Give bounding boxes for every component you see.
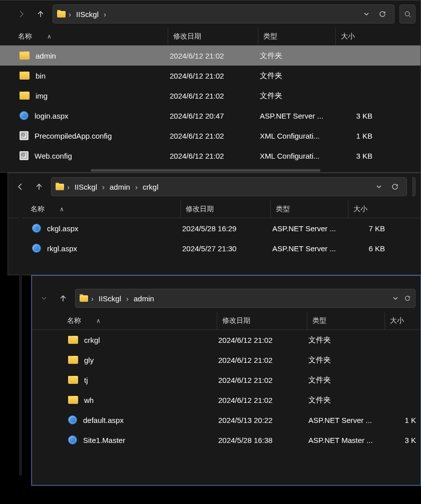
breadcrumb-segment[interactable]: crkgl (141, 183, 161, 191)
file-name-label: PrecompiledApp.config (35, 132, 112, 140)
file-type-cell: 文件夹 (260, 71, 337, 81)
file-row[interactable]: rkgl.aspx2024/5/27 21:30ASP.NET Server .… (8, 238, 420, 258)
file-date-cell: 2024/6/12 21:02 (218, 356, 308, 364)
file-row[interactable]: Web.config2024/6/12 21:02XML Configurati… (0, 146, 420, 166)
breadcrumb-segment[interactable]: admin (108, 183, 132, 191)
column-header-type[interactable]: 类型 (271, 200, 348, 218)
chevron-down-icon (363, 11, 369, 17)
nav-up-button[interactable] (56, 291, 70, 305)
column-header-type[interactable]: 类型 (307, 312, 385, 329)
file-name-cell: admin (20, 52, 170, 60)
arrow-up-icon (35, 183, 43, 191)
column-header-name[interactable]: 名称 ∧ (18, 28, 168, 45)
chevron-left-icon (16, 183, 24, 191)
file-list[interactable]: ckgl.aspx2024/5/28 16:29ASP.NET Server .… (8, 218, 420, 275)
chevron-right-icon: › (101, 183, 106, 191)
column-header-name[interactable]: 名称 ∧ (67, 312, 217, 329)
file-date-cell: 2024/6/12 21:02 (218, 396, 308, 404)
column-label: 修改日期 (173, 32, 201, 41)
file-name-label: Web.config (35, 152, 72, 160)
arrow-up-icon (59, 294, 67, 302)
column-header-name[interactable]: 名称 ∧ (31, 200, 181, 218)
column-header-type[interactable]: 类型 (258, 28, 336, 45)
column-header-date[interactable]: 修改日期 (181, 200, 271, 218)
globe-icon (68, 415, 77, 424)
breadcrumb-segment[interactable]: admin (132, 294, 156, 303)
file-name-cell: Web.config (20, 151, 170, 160)
file-type-cell: ASP.NET Server ... (272, 244, 350, 253)
file-type-cell: ASP.NET Server ... (272, 224, 350, 233)
file-row[interactable]: login.aspx2024/6/12 20:47ASP.NET Server … (0, 106, 420, 126)
breadcrumb-segment[interactable]: IISckgl (73, 183, 99, 191)
column-header-size[interactable]: 大小 (348, 200, 393, 218)
file-row[interactable]: img2024/6/12 21:02文件夹 (0, 86, 420, 106)
breadcrumb-segment[interactable]: IISckgl (97, 294, 123, 303)
file-name-label: rkgl.aspx (47, 244, 77, 253)
file-name-cell: PrecompiledApp.config (20, 131, 170, 140)
file-row[interactable]: gly2024/6/12 21:02文件夹 (32, 350, 420, 370)
chevron-down-icon (376, 184, 382, 190)
file-name-label: crkgl (84, 336, 100, 344)
history-dropdown-button[interactable] (359, 7, 374, 22)
column-label: 大小 (341, 32, 355, 41)
file-type-cell: 文件夹 (308, 355, 386, 365)
file-date-cell: 2024/5/28 16:29 (182, 224, 272, 233)
nav-forward-button[interactable] (37, 291, 51, 305)
nav-up-button[interactable] (34, 7, 48, 21)
breadcrumb-segment[interactable]: IISckgl (74, 10, 101, 19)
file-row[interactable]: admin2024/6/12 21:02文件夹 (0, 46, 420, 66)
horizontal-scrollbar[interactable] (91, 169, 320, 172)
file-date-cell: 2024/6/12 20:47 (170, 112, 260, 120)
file-name-cell: bin (20, 72, 170, 80)
file-row[interactable]: Site1.Master2024/5/28 16:38ASP.NET Maste… (32, 430, 420, 450)
folder-icon (68, 336, 78, 344)
sort-indicator-icon: ∧ (47, 33, 52, 40)
file-row[interactable]: ckgl.aspx2024/5/28 16:29ASP.NET Server .… (8, 218, 420, 238)
column-header-size[interactable]: 大小 (336, 28, 381, 45)
file-row[interactable]: bin2024/6/12 21:02文件夹 (0, 66, 420, 86)
folder-icon (68, 376, 78, 384)
nav-back-button[interactable] (13, 180, 27, 194)
file-size-cell: 6 KB (350, 244, 395, 253)
file-size-cell: 1 KB (337, 132, 382, 140)
column-headers: 名称 ∧ 修改日期 类型 大小 (0, 28, 420, 46)
file-row[interactable]: wh2024/6/12 21:02文件夹 (32, 390, 420, 410)
refresh-button[interactable] (404, 291, 411, 306)
history-dropdown-button[interactable] (388, 291, 403, 306)
address-bar[interactable]: › IISckgl › admin (75, 289, 415, 308)
file-row[interactable]: default.aspx2024/5/13 20:22ASP.NET Serve… (32, 410, 420, 430)
address-bar[interactable]: › IISckgl › (53, 5, 394, 24)
file-list[interactable]: crkgl2024/6/12 21:02文件夹gly2024/6/12 21:0… (32, 330, 420, 485)
column-label: 大小 (353, 205, 367, 214)
file-date-cell: 2024/6/12 21:02 (170, 132, 260, 140)
nav-forward-button[interactable] (15, 7, 29, 21)
svg-point-0 (405, 12, 409, 16)
file-name-cell: Site1.Master (68, 435, 218, 444)
column-header-size[interactable]: 大小 (385, 312, 421, 329)
globe-icon (68, 435, 77, 444)
file-type-cell: 文件夹 (308, 375, 386, 385)
file-row[interactable]: PrecompiledApp.config2024/6/12 21:02XML … (0, 126, 420, 146)
file-name-cell: ckgl.aspx (32, 224, 182, 233)
search-input[interactable] (412, 177, 415, 196)
file-name-label: admin (36, 52, 56, 60)
nav-up-button[interactable] (32, 180, 46, 194)
search-input[interactable] (399, 5, 415, 24)
file-size-cell: 3 KB (337, 112, 382, 120)
sort-indicator-icon: ∧ (96, 317, 101, 324)
address-bar[interactable]: › IISckgl › admin › crkgl (51, 177, 407, 196)
file-date-cell: 2024/5/13 20:22 (218, 416, 308, 424)
column-label: 类型 (276, 205, 290, 214)
file-list[interactable]: admin2024/6/12 21:02文件夹bin2024/6/12 21:0… (0, 46, 420, 172)
file-name-cell: crkgl (68, 336, 218, 344)
refresh-button[interactable] (387, 179, 402, 194)
file-name-label: wh (84, 396, 94, 404)
column-header-date[interactable]: 修改日期 (168, 28, 258, 45)
column-header-date[interactable]: 修改日期 (217, 312, 307, 329)
file-row[interactable]: tj2024/6/12 21:02文件夹 (32, 370, 420, 390)
history-dropdown-button[interactable] (371, 179, 386, 194)
file-type-cell: XML Configurati... (260, 132, 337, 140)
file-date-cell: 2024/6/12 21:02 (170, 72, 260, 80)
refresh-button[interactable] (375, 7, 390, 22)
file-row[interactable]: crkgl2024/6/12 21:02文件夹 (32, 330, 420, 350)
